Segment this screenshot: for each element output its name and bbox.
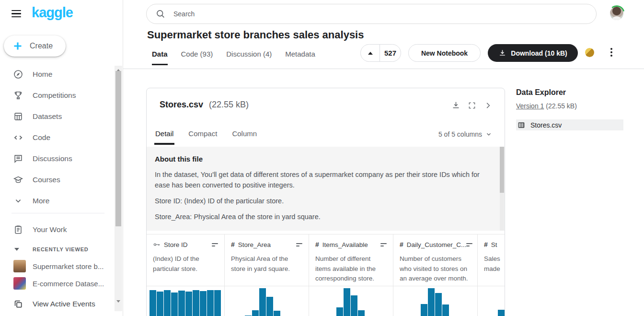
scrollbar-thumb[interactable] [115,71,121,226]
sort-icon[interactable] [380,243,387,246]
chevron-right-icon[interactable] [483,101,492,110]
sort-icon[interactable] [466,243,473,246]
column-header-daily-customer-count[interactable]: # Daily_Customer_C... Number of customer… [393,234,477,286]
graduation-cap-icon [13,175,23,185]
sidebar-item-courses[interactable]: Courses [0,169,114,190]
fullscreen-icon[interactable] [468,101,476,110]
caret-up-icon [368,52,373,55]
download-button[interactable]: Download (10 kB) [488,44,578,62]
more-options-kebab-icon[interactable] [610,48,612,57]
sidebar-item-recent-ecommerce[interactable]: E-commerce Datase... [0,275,114,292]
new-notebook-button[interactable]: New Notebook [408,44,481,62]
tab-data[interactable]: Data [152,50,168,65]
sidebar-item-view-active-events[interactable]: View Active Events [0,293,127,315]
recently-viewed-list: Supermarket store b... E-commerce Datase… [0,257,114,292]
histogram-bar [214,290,221,316]
histogram-bar [498,310,505,316]
columns-selector-dropdown[interactable]: 5 of 5 columns [438,130,492,138]
histogram-bar [358,310,365,316]
column-description: Sales made [484,254,499,274]
sidebar-item-label: Code [33,133,50,142]
sidebar-item-label: Datasets [33,112,62,121]
gold-medal-icon [585,48,594,57]
grid-icon [13,111,23,122]
sidebar-item-label: Home [33,70,52,79]
sidebar-item-label: Your Work [33,225,67,234]
about-this-file-section: About this file In the dataset, You'll g… [147,147,505,231]
column-name: Store ID [164,241,188,248]
column-header-store-area[interactable]: # Store_Area Physical Area of the store … [224,234,309,286]
column-header-store-id[interactable]: Store ID (Index) ID of the particular st… [147,234,224,286]
table-icon [518,121,525,129]
create-button[interactable]: Create [4,35,66,57]
dataset-thumbnail [13,260,26,272]
tab-compact[interactable]: Compact [187,128,218,145]
about-paragraph: Store ID: (Index) ID of the particular s… [155,196,484,206]
upvote-caret[interactable] [361,45,380,61]
page-title: Supermarket store branches sales analysi… [147,29,364,41]
histogram-bar [252,310,259,316]
sidebar-scrollbar[interactable] [115,66,122,311]
page-tabs: Data Code (93) Discussion (4) Metadata [152,50,315,65]
sidebar-item-label: More [33,197,49,205]
column-description: (Index) ID of the particular store. [153,254,218,274]
tab-column[interactable]: Column [231,128,258,145]
histogram-bar [164,290,171,316]
column-header-store-sales[interactable]: # St Sales made [477,234,505,286]
recently-viewed-header[interactable]: RECENTLY VIEWED [0,245,89,254]
column-name: Store_Area [238,241,271,248]
stacked-windows-icon [13,299,23,309]
sidebar-divider [12,213,104,213]
download-button-label: Download (10 kB) [511,49,567,57]
kaggle-logo[interactable]: kaggle [32,5,73,21]
tab-code[interactable]: Code (93) [181,50,213,65]
sort-icon[interactable] [212,243,218,246]
numeric-type-icon: # [315,241,319,248]
card-scrollbar[interactable] [500,147,504,231]
numeric-type-icon: # [400,241,403,248]
about-paragraph: In the dataset, You'll get data of diffe… [155,169,484,190]
histogram-bar [185,292,192,316]
tab-metadata[interactable]: Metadata [285,50,315,65]
tab-discussion[interactable]: Discussion (4) [226,50,272,65]
tab-detail[interactable]: Detail [154,128,174,145]
sidebar-item-more[interactable]: More [0,190,114,211]
upvote-button[interactable]: 527 [360,44,401,62]
hamburger-menu-icon[interactable] [12,10,21,17]
histogram-bar [421,304,427,316]
data-explorer-panel: Data Explorer Version 1 (22.55 kB) Store… [516,88,623,130]
download-icon [498,49,506,57]
version-size: (22.55 kB) [546,102,577,110]
version-link[interactable]: Version 1 [516,102,544,110]
download-file-icon[interactable] [451,101,460,110]
histogram-bar [259,288,266,316]
key-icon [153,241,161,248]
sort-icon[interactable] [296,243,303,246]
column-headers-row: Store ID (Index) ID of the particular st… [147,234,505,286]
recent-item-label: E-commerce Datase... [33,280,104,288]
scrollbar-thumb[interactable] [500,147,504,193]
file-list-item-stores-csv[interactable]: Stores.csv [516,119,623,130]
column-header-items-available[interactable]: # Items_Available Number of different it… [309,234,393,286]
histogram-bar [157,292,163,316]
sidebar-item-competitions[interactable]: Competitions [0,85,114,106]
sidebar-item-your-work[interactable]: Your Work [0,219,127,240]
search-input[interactable] [172,10,577,18]
numeric-type-icon: # [231,241,235,248]
numeric-type-icon: # [484,241,488,248]
column-description: Physical Area of the store in yard squar… [231,254,303,274]
sidebar-item-code[interactable]: Code [0,127,114,148]
file-title: Stores.csv (22.55 kB) [160,100,249,110]
sidebar-item-discussions[interactable]: Discussions [0,148,114,169]
avatar[interactable] [609,5,625,22]
sidebar-item-home[interactable]: Home [0,64,114,85]
columns-selector-label: 5 of 5 columns [438,130,482,138]
file-list-item-label: Stores.csv [530,121,562,129]
scrollbar-down-arrow[interactable] [116,300,120,303]
sidebar-item-recent-supermarket[interactable]: Supermarket store b... [0,257,114,275]
clipboard-icon [13,224,23,235]
column-name: Items_Available [322,241,368,248]
sidebar-item-datasets[interactable]: Datasets [0,106,114,127]
search-bar[interactable] [146,4,597,24]
histogram-items-available [309,286,393,316]
